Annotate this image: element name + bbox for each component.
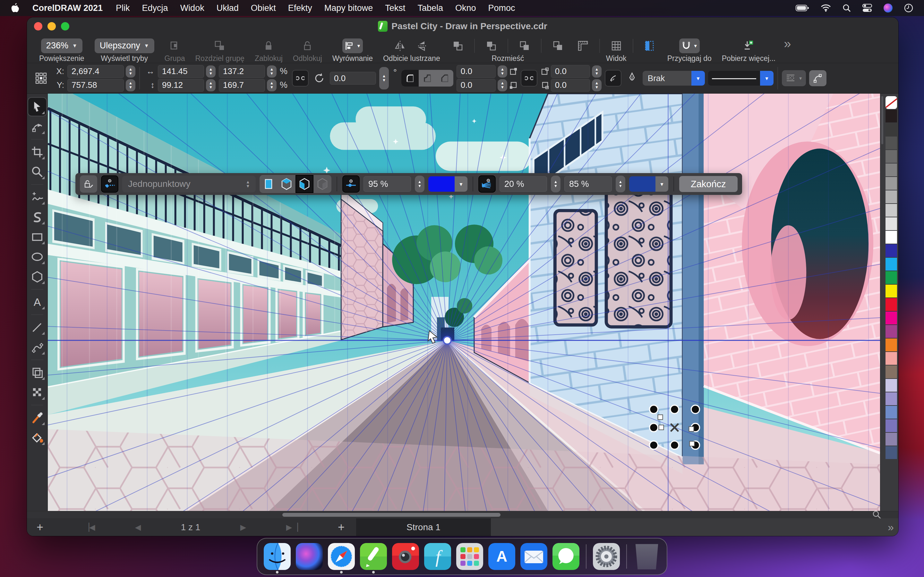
fade-end-stepper[interactable]: ▲▼ <box>615 176 625 192</box>
zoom-tool[interactable] <box>28 163 46 181</box>
add-page-before-button[interactable]: + <box>37 521 43 534</box>
drawing-canvas[interactable]: Jednopunktowy ▲▼ 95 % <box>48 93 880 511</box>
menu-item-app-name[interactable]: CorelDRAW 2021 <box>25 0 110 16</box>
menu-item-1[interactable]: Edycja <box>136 0 174 16</box>
perspective-type-dropdown[interactable]: Jednopunktowy ▲▼ <box>122 176 256 192</box>
connector-tool[interactable] <box>28 338 46 356</box>
dock-messages-icon[interactable] <box>551 539 581 574</box>
eyedropper-tool[interactable] <box>28 409 46 427</box>
order-forward-icon[interactable] <box>484 39 499 53</box>
dock-siri-icon[interactable] <box>294 539 324 574</box>
swatch-#6a6a6a[interactable] <box>885 150 897 163</box>
swatch-#525252[interactable] <box>885 137 897 149</box>
line-tool[interactable] <box>28 318 46 336</box>
toolbar-overflow-chevron[interactable]: » <box>784 37 791 63</box>
siri-icon[interactable] <box>884 3 893 13</box>
text-tool[interactable]: A <box>28 293 46 311</box>
pagebar-overflow-chevron[interactable]: » <box>888 521 894 533</box>
lock-corners-button[interactable] <box>521 70 537 87</box>
polygon-tool[interactable] <box>28 268 46 285</box>
pick-tool[interactable] <box>28 98 46 116</box>
corner-radius-2-stepper[interactable]: ▲▼ <box>498 79 507 91</box>
fade-rays-button[interactable] <box>478 175 496 193</box>
control-center-icon[interactable] <box>863 4 872 12</box>
swatch-#1badec[interactable] <box>885 258 897 271</box>
swatch-#857164[interactable] <box>885 366 897 378</box>
dock-mail-icon[interactable] <box>519 539 549 574</box>
shape-edit-tool[interactable] <box>28 118 46 135</box>
ungroup-button[interactable]: Rozdziel grupę <box>195 35 244 63</box>
align-dropdown[interactable]: ▼ <box>342 39 363 53</box>
dock-coreldraw-icon[interactable] <box>359 539 388 574</box>
clock-icon[interactable] <box>904 3 913 13</box>
swatch-#ec008c[interactable] <box>885 311 897 324</box>
apple-menu-icon[interactable] <box>11 3 19 13</box>
rulers-icon[interactable] <box>575 39 590 53</box>
ellipse-tool[interactable] <box>28 248 46 266</box>
dock-app-store-icon[interactable]: A <box>487 539 517 574</box>
last-page-button[interactable]: ▶▕ <box>286 523 298 532</box>
next-page-button[interactable]: ▶ <box>240 523 246 532</box>
corner-round-button[interactable] <box>401 70 419 87</box>
grid-opacity-stepper[interactable]: ▲▼ <box>415 176 425 192</box>
order-to-front-icon[interactable] <box>451 39 465 53</box>
corner-chamfer-button[interactable] <box>436 70 453 87</box>
swatch-#cacaca[interactable] <box>885 204 897 217</box>
vanishing-point-handle[interactable] <box>443 337 451 344</box>
order-to-back-icon[interactable] <box>551 39 565 53</box>
download-plus-icon[interactable] <box>741 39 756 53</box>
horizontal-scrollbar[interactable] <box>27 511 898 518</box>
scale-x-field[interactable]: 137.2 <box>219 65 265 78</box>
swatch-#6f8cc9[interactable] <box>885 406 897 419</box>
first-page-button[interactable]: ▕◀ <box>83 523 95 532</box>
fill-tool[interactable] <box>28 429 46 446</box>
wifi-icon[interactable] <box>821 4 831 12</box>
bspline-button[interactable] <box>809 70 827 86</box>
corner-radius-3-field[interactable]: 0.0 <box>551 65 590 78</box>
swatch-#2d2da6[interactable] <box>885 244 897 257</box>
snap-dropdown[interactable]: ▼ <box>679 39 700 53</box>
swatch-#f3a5a0[interactable] <box>885 352 897 365</box>
menu-item-2[interactable]: Widok <box>174 0 210 16</box>
swatch-#f6e900[interactable] <box>885 285 897 298</box>
contour-tool[interactable] <box>28 364 46 382</box>
mirror-horizontal-icon[interactable] <box>393 39 407 53</box>
corner-radius-4-field[interactable]: 0.0 <box>551 79 590 92</box>
corner-radius-1-field[interactable]: 0.0 <box>457 65 496 78</box>
y-position-field[interactable]: 757.58 <box>67 79 124 92</box>
plane-flat-button[interactable] <box>260 175 278 193</box>
width-stepper[interactable]: ▲▼ <box>206 65 216 77</box>
scale-x-stepper[interactable]: ▲▼ <box>267 65 276 77</box>
rotation-stepper[interactable]: ▲▼ <box>379 67 389 89</box>
plane-top-button[interactable] <box>278 175 296 193</box>
swatch-#a33f8d[interactable] <box>885 325 897 338</box>
outline-width-dropdown[interactable]: Brak▼ <box>643 71 705 85</box>
swatch-#3a3a3a[interactable] <box>885 123 897 136</box>
mirror-vertical-icon[interactable] <box>416 39 431 53</box>
fade-end-field[interactable]: 85 % <box>564 176 612 192</box>
fade-start-field[interactable]: 20 % <box>499 176 547 192</box>
mesh-fill-tool[interactable] <box>28 384 46 401</box>
swatch-#241d1e[interactable] <box>885 110 897 122</box>
menu-item-7[interactable]: Tekst <box>379 0 411 16</box>
zoom-level-dropdown[interactable]: 236%▼ <box>41 39 82 53</box>
dock-photo-paint-icon[interactable] <box>391 539 420 574</box>
show-lines-button[interactable] <box>101 175 118 193</box>
menu-item-10[interactable]: Pomoc <box>482 0 521 16</box>
battery-icon[interactable] <box>796 5 809 11</box>
menu-item-9[interactable]: Okno <box>449 0 482 16</box>
scrollbar-thumb[interactable] <box>282 513 501 517</box>
line-color-dropdown[interactable]: ▼ <box>428 176 467 192</box>
menu-item-4[interactable]: Obiekt <box>245 0 282 16</box>
swatch-#b2b2b2[interactable] <box>885 190 897 203</box>
x-position-field[interactable]: 2,697.4 <box>67 65 124 78</box>
plane-side-button[interactable] <box>296 175 313 193</box>
selection-handles[interactable] <box>650 405 700 450</box>
dock-system-preferences-icon[interactable] <box>591 539 621 574</box>
object-origin-selector[interactable] <box>32 69 50 87</box>
swatch-#7b74bd[interactable] <box>885 419 897 432</box>
corner-scallop-button[interactable] <box>419 70 436 87</box>
artistic-media-tool[interactable] <box>28 208 46 226</box>
outline-style-dropdown[interactable]: ▼ <box>708 71 774 85</box>
corner-radius-4-stepper[interactable]: ▲▼ <box>592 79 602 91</box>
